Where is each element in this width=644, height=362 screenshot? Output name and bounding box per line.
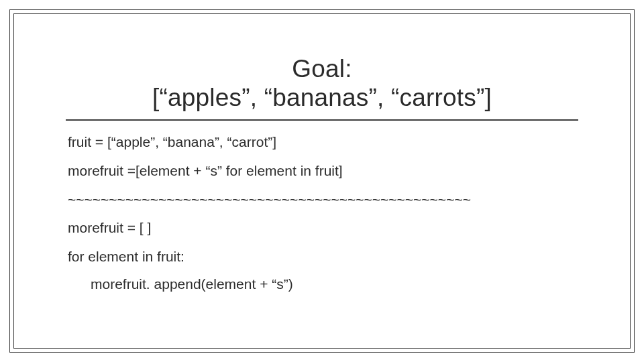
code-line-for: for element in fruit: xyxy=(68,249,597,265)
title-line-2: [“apples”, “bananas”, “carrots”] xyxy=(40,84,604,113)
separator-tildes: ~~~~~~~~~~~~~~~~~~~~~~~~~~~~~~~~~~~~~~~~… xyxy=(68,192,597,208)
slide-body: fruit = [“apple”, “banana”, “carrot”] mo… xyxy=(68,134,597,305)
code-line-empty-list: morefruit = [ ] xyxy=(68,220,597,237)
code-line-listcomp: morefruit =[element + “s” for element in… xyxy=(68,163,597,180)
title-line-1: Goal: xyxy=(40,55,604,84)
code-line-append: morefruit. append(element + “s”) xyxy=(68,276,597,293)
title-underline xyxy=(66,119,578,121)
code-line-fruit-assign: fruit = [“apple”, “banana”, “carrot”] xyxy=(68,134,597,151)
slide: Goal: [“apples”, “bananas”, “carrots”] f… xyxy=(0,0,644,362)
slide-title: Goal: [“apples”, “bananas”, “carrots”] xyxy=(40,55,604,113)
